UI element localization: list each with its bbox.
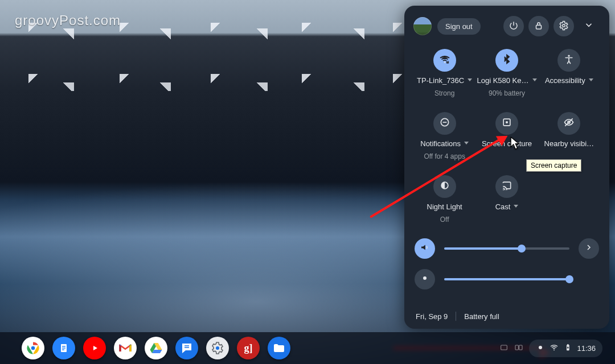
status-area[interactable]: 11:36 xyxy=(529,340,602,357)
app-chrome[interactable] xyxy=(22,337,44,359)
tile-accessibility[interactable]: Accessibility xyxy=(538,49,600,97)
svg-point-1 xyxy=(563,24,565,27)
app-gp-icon[interactable]: g] xyxy=(237,337,260,359)
cast-icon xyxy=(501,180,512,193)
power-icon xyxy=(509,20,519,32)
accessibility-icon xyxy=(563,53,575,67)
tile-bluetooth-sub: 90% battery xyxy=(489,89,525,97)
night-light-icon xyxy=(439,180,450,193)
tile-bluetooth-label: Logi K580 Ke… xyxy=(477,76,536,85)
svg-point-33 xyxy=(554,349,555,350)
volume-icon xyxy=(420,242,430,255)
svg-point-2 xyxy=(444,61,445,63)
do-not-disturb-icon xyxy=(439,117,450,130)
visibility-off-icon xyxy=(563,117,575,130)
tile-night-light-label: Night Light xyxy=(427,202,462,211)
audio-expand[interactable] xyxy=(579,238,599,259)
collapse-panel[interactable] xyxy=(579,16,599,36)
tray-clock: 11:36 xyxy=(577,344,596,353)
lock-icon xyxy=(534,20,544,32)
tile-notifications[interactable]: Notifications Off for 4 apps xyxy=(413,112,475,160)
footer-divider xyxy=(456,312,456,321)
svg-point-13 xyxy=(423,276,427,280)
svg-rect-30 xyxy=(515,345,518,350)
volume-slider[interactable] xyxy=(444,247,569,250)
power-button[interactable] xyxy=(503,16,524,36)
svg-rect-35 xyxy=(568,344,569,345)
svg-rect-0 xyxy=(536,25,542,29)
ime-icon xyxy=(499,343,509,354)
svg-marker-23 xyxy=(93,346,97,350)
wifi-tray-icon xyxy=(550,343,559,354)
screen-capture-icon xyxy=(501,117,512,130)
bluetooth-icon xyxy=(501,53,512,67)
app-drive[interactable] xyxy=(145,337,167,359)
tile-wifi-label: TP-Link_736C xyxy=(417,76,472,85)
brightness-icon xyxy=(420,273,430,286)
tile-notifications-label: Notifications xyxy=(420,139,469,148)
tooltip-screen-capture: Screen capture xyxy=(526,159,581,172)
app-docs[interactable] xyxy=(52,337,75,359)
app-files[interactable] xyxy=(268,337,290,359)
volume-toggle[interactable] xyxy=(415,238,435,259)
panel-footer: Fri, Sep 9 Battery full xyxy=(411,304,602,323)
footer-date: Fri, Sep 9 xyxy=(416,312,448,321)
svg-point-4 xyxy=(568,55,570,57)
tile-nearby-label: Nearby visibi… xyxy=(544,139,594,148)
volume-row xyxy=(415,238,599,259)
site-watermark: groovyPost.com xyxy=(15,13,121,28)
svg-rect-29 xyxy=(501,345,507,350)
svg-point-32 xyxy=(539,346,542,349)
tile-night-light-sub: Off xyxy=(440,216,449,224)
settings-button[interactable] xyxy=(554,16,574,36)
svg-point-28 xyxy=(216,346,219,350)
tile-nearby-visibility[interactable]: Nearby visibi… xyxy=(538,112,600,160)
app-gmail[interactable] xyxy=(114,337,137,359)
lock-button[interactable] xyxy=(528,16,549,36)
footer-battery: Battery full xyxy=(464,312,499,321)
tile-cast-label: Cast xyxy=(495,202,519,211)
avatar[interactable] xyxy=(413,17,432,35)
chevron-right-icon xyxy=(584,243,593,254)
brightness-slider[interactable] xyxy=(444,278,569,280)
shelf: g] 11:36 xyxy=(0,332,615,364)
notification-icon xyxy=(536,343,545,354)
tile-night-light[interactable]: Night Light Off xyxy=(413,175,475,224)
wifi-icon xyxy=(439,53,450,67)
tile-bluetooth[interactable]: Logi K580 Ke… 90% battery xyxy=(475,49,538,97)
app-messages[interactable] xyxy=(175,337,198,359)
tile-accessibility-label: Accessibility xyxy=(545,76,593,85)
brightness-row xyxy=(415,269,599,289)
tile-wifi-sub: Strong xyxy=(434,89,454,97)
gear-icon xyxy=(559,20,569,32)
sign-out-button[interactable]: Sign out xyxy=(437,18,481,35)
tile-cast[interactable]: Cast xyxy=(475,175,538,224)
chevron-down-icon xyxy=(584,20,594,32)
app-settings[interactable] xyxy=(206,337,229,359)
svg-rect-31 xyxy=(519,345,522,350)
tile-wifi[interactable]: TP-Link_736C Strong xyxy=(413,49,475,97)
svg-point-12 xyxy=(503,189,504,191)
system-tray[interactable]: 11:36 xyxy=(495,340,607,357)
battery-tray-icon xyxy=(563,343,572,354)
shelf-apps: g] xyxy=(22,337,290,359)
tile-notifications-sub: Off for 4 apps xyxy=(424,152,465,160)
panel-header: Sign out xyxy=(411,15,602,44)
app-youtube[interactable] xyxy=(83,337,106,359)
sliders xyxy=(411,238,602,289)
overview-icon xyxy=(514,343,523,354)
svg-point-8 xyxy=(506,121,508,123)
brightness-toggle[interactable] xyxy=(415,269,435,289)
